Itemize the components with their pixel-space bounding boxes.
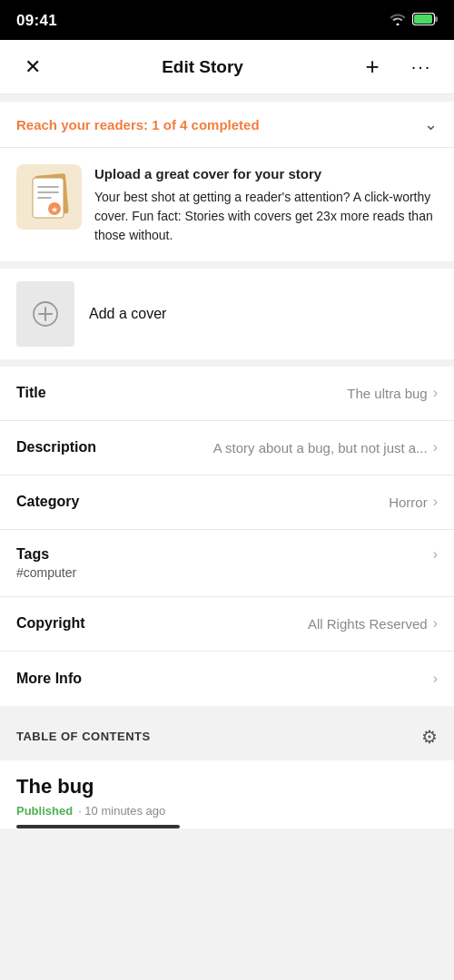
- chapter-section[interactable]: The bug Published · 10 minutes ago: [0, 760, 454, 828]
- add-cover-section[interactable]: Add a cover: [0, 269, 454, 367]
- reach-banner[interactable]: Reach your readers: 1 of 4 completed ⌄: [0, 102, 454, 148]
- description-right: A story about a bug, but not just a... ›: [213, 439, 438, 456]
- wifi-icon: [389, 13, 407, 29]
- tags-chevron-icon: ›: [433, 546, 438, 563]
- title-label: Title: [16, 385, 46, 401]
- status-bar: 09:41: [0, 0, 454, 40]
- tags-label: Tags: [16, 546, 49, 563]
- list-section: Title The ultra bug › Description A stor…: [0, 367, 454, 706]
- tip-card: ★ Upload a great cover for your story Yo…: [0, 148, 454, 269]
- settings-icon[interactable]: ⚙: [421, 726, 438, 748]
- description-value: A story about a bug, but not just a...: [213, 440, 428, 456]
- tip-illustration: ★: [16, 164, 82, 230]
- tip-body: Your best shot at getting a reader's att…: [94, 190, 433, 242]
- plus-icon: +: [365, 53, 379, 81]
- description-chevron-icon: ›: [433, 439, 438, 456]
- chapter-status: Published: [16, 804, 73, 818]
- svg-rect-1: [435, 16, 438, 22]
- add-button[interactable]: +: [356, 51, 389, 83]
- more-button[interactable]: ···: [405, 51, 438, 83]
- description-label: Description: [16, 439, 96, 456]
- status-time: 09:41: [16, 12, 57, 30]
- chapter-title: The bug: [16, 775, 438, 799]
- nav-title: Edit Story: [162, 57, 243, 77]
- more-info-item[interactable]: More Info ›: [0, 652, 454, 706]
- description-item[interactable]: Description A story about a bug, but not…: [0, 421, 454, 475]
- title-right: The ultra bug ›: [347, 385, 438, 401]
- reach-progress: 1 of 4 completed: [152, 117, 259, 132]
- chevron-down-icon: ⌄: [424, 114, 438, 134]
- copyright-item[interactable]: Copyright All Rights Reserved ›: [0, 597, 454, 652]
- more-icon: ···: [411, 56, 432, 77]
- tags-value: #computer: [16, 565, 76, 580]
- category-label: Category: [16, 494, 79, 510]
- add-cover-thumb: [16, 281, 74, 347]
- tip-text: Upload a great cover for your story Your…: [94, 164, 438, 245]
- category-item[interactable]: Category Horror ›: [0, 475, 454, 530]
- more-info-right: ›: [433, 671, 438, 687]
- reach-text: Reach your readers: 1 of 4 completed: [16, 117, 260, 132]
- copyright-label: Copyright: [16, 615, 85, 632]
- svg-text:★: ★: [51, 205, 58, 214]
- chapter-meta: Published · 10 minutes ago: [16, 804, 438, 818]
- tags-item[interactable]: Tags › #computer: [0, 530, 454, 597]
- copyright-value: All Rights Reserved: [308, 616, 428, 632]
- category-value: Horror: [389, 495, 428, 510]
- close-icon: ✕: [25, 55, 41, 79]
- battery-icon: [412, 13, 438, 29]
- status-icons: [389, 13, 438, 29]
- svg-rect-2: [414, 15, 432, 24]
- title-value: The ultra bug: [347, 386, 427, 401]
- cover-illustration-icon: ★: [25, 171, 73, 223]
- copyright-right: All Rights Reserved ›: [308, 615, 438, 632]
- tip-headline: Upload a great cover for your story: [94, 164, 438, 185]
- chapter-time: · 10 minutes ago: [78, 804, 165, 818]
- more-info-chevron-icon: ›: [433, 671, 438, 687]
- toc-header: TABLE OF CONTENTS ⚙: [0, 713, 454, 760]
- add-cover-label: Add a cover: [89, 306, 166, 322]
- copyright-chevron-icon: ›: [433, 615, 438, 632]
- toc-title: TABLE OF CONTENTS: [16, 730, 151, 743]
- nav-left: ✕: [16, 51, 49, 83]
- nav-right: + ···: [356, 51, 438, 83]
- chapter-progress-bar: [16, 825, 180, 828]
- title-item[interactable]: Title The ultra bug ›: [0, 367, 454, 421]
- close-button[interactable]: ✕: [16, 51, 49, 83]
- title-chevron-icon: ›: [433, 385, 438, 401]
- category-right: Horror ›: [389, 494, 438, 510]
- top-nav: ✕ Edit Story + ···: [0, 40, 454, 94]
- tags-row: Tags ›: [16, 546, 438, 563]
- category-chevron-icon: ›: [433, 494, 438, 510]
- more-info-label: More Info: [16, 671, 82, 687]
- add-cover-icon: [32, 300, 59, 328]
